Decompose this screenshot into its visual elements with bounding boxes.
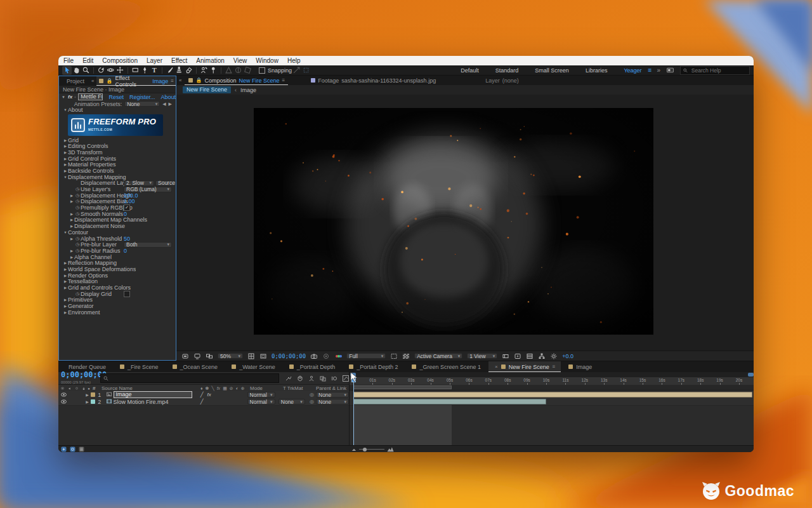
pickwhip-icon[interactable]: ◎ <box>310 399 314 404</box>
effect-name[interactable]: Mettle FreeForm Pro <box>78 93 103 100</box>
stopwatch-icon[interactable]: ◷ <box>74 193 81 198</box>
workspace-default[interactable]: Default <box>461 67 479 74</box>
prop-caret-icon[interactable]: ▶ <box>69 212 74 216</box>
property-label[interactable]: Grid <box>68 137 79 144</box>
rotate-tool[interactable] <box>96 66 106 75</box>
timeline-tab--fire-scene[interactable]: _Fire Scene <box>114 361 165 372</box>
layer-label-chip[interactable] <box>91 399 95 404</box>
parent-column-header[interactable]: Parent & Link <box>316 385 346 391</box>
effect-reset-link[interactable]: Reset <box>108 94 124 100</box>
panel-menu-icon[interactable]: ≡ <box>553 364 555 370</box>
breadcrumb-comp[interactable]: New Fire Scene <box>183 86 231 93</box>
property-label[interactable]: Render Options <box>68 272 108 279</box>
pickwhip-icon[interactable]: ◎ <box>310 392 314 398</box>
property-dropdown[interactable]: 2. Slow▾ <box>124 180 154 186</box>
eraser-tool[interactable] <box>184 66 193 75</box>
fx-switch[interactable]: fx <box>207 392 211 398</box>
property-value[interactable]: 0 <box>124 248 127 254</box>
property-label[interactable]: Editing Controls <box>68 143 108 149</box>
timeline-tab-new-fire-scene[interactable]: ×New Fire Scene≡ <box>488 361 561 372</box>
snap-options-icon[interactable] <box>292 66 301 75</box>
group-caret-icon[interactable]: ▶ <box>63 304 68 308</box>
effect-register-link[interactable]: Register... <box>129 94 155 100</box>
world-axis-mode-icon[interactable] <box>233 66 243 75</box>
property-label[interactable]: Displacement Mapping <box>68 174 126 180</box>
magnification-dropdown[interactable]: 50%▾ <box>218 353 243 359</box>
property-label[interactable]: Material Properties <box>68 161 116 168</box>
property-value[interactable]: 1.00 <box>124 198 135 204</box>
workspace-standard[interactable]: Standard <box>495 67 519 74</box>
parent-dropdown[interactable]: None▾ <box>316 399 349 404</box>
close-tab-icon[interactable]: × <box>495 364 498 370</box>
menu-item-file[interactable]: File <box>63 57 74 64</box>
prop-caret-icon[interactable]: ▶ <box>69 199 74 203</box>
comp-flowchart-icon[interactable] <box>538 352 546 360</box>
group-caret-icon[interactable]: ▶ <box>69 218 74 222</box>
expand-transfer-controls-icon[interactable] <box>70 446 75 452</box>
group-caret-icon[interactable]: ▶ <box>63 274 68 277</box>
group-caret-icon[interactable]: ▶ <box>63 144 68 148</box>
tab-project[interactable]: Project <box>63 78 88 84</box>
fast-previews-icon[interactable] <box>514 352 521 360</box>
property-label[interactable]: Environment <box>68 309 100 316</box>
brush-tool[interactable] <box>165 66 174 75</box>
pen-tool[interactable] <box>140 66 150 75</box>
workspace-small-screen[interactable]: Small Screen <box>535 67 569 74</box>
group-caret-icon[interactable]: ▶ <box>63 138 68 142</box>
layer-duration-bar[interactable] <box>353 392 752 398</box>
prop-caret-icon[interactable]: ▶ <box>69 237 74 241</box>
menu-item-view[interactable]: View <box>233 57 247 64</box>
viewer-timecode[interactable]: 0;00;00;00 <box>272 353 306 359</box>
property-label[interactable]: World Space Deformations <box>68 266 136 272</box>
pan-behind-tool[interactable] <box>115 66 125 75</box>
property-label[interactable]: Alpha Channel <box>74 254 112 260</box>
property-dropdown[interactable]: Source▾ <box>155 180 176 186</box>
graph-editor-icon[interactable] <box>343 375 349 382</box>
expand-inout-panes-icon[interactable] <box>79 446 84 452</box>
work-area-bar[interactable] <box>353 385 452 389</box>
timeline-search[interactable] <box>100 373 279 383</box>
stopwatch-icon[interactable]: ◷ <box>74 242 81 247</box>
quality-switch[interactable]: ╱ <box>200 399 204 404</box>
group-caret-icon[interactable]: ▼ <box>63 231 68 234</box>
effect-about-link[interactable]: About <box>160 94 176 100</box>
quality-switch[interactable]: ╱ <box>200 392 204 398</box>
local-axis-mode-icon[interactable] <box>224 66 233 75</box>
view-camera-dropdown[interactable]: Active Camera▾ <box>414 353 462 359</box>
group-caret-icon[interactable]: ▶ <box>63 157 68 161</box>
layer-visibility-toggle[interactable] <box>61 399 67 405</box>
selection-tool[interactable] <box>62 66 72 75</box>
help-search[interactable] <box>680 66 750 75</box>
composition-mini-flowchart-icon[interactable] <box>285 375 292 382</box>
stopwatch-icon[interactable]: ◷ <box>74 211 81 217</box>
group-caret-icon[interactable]: ▶ <box>63 163 68 166</box>
property-label[interactable]: Displacement Noise <box>74 223 125 229</box>
property-label[interactable]: Generator <box>68 303 94 309</box>
timeline-tab--ocean-scene[interactable]: _Ocean Scene <box>166 361 225 372</box>
timeline-tab--water-scene[interactable]: _Water Scene <box>225 361 282 372</box>
stopwatch-icon[interactable]: ◷ <box>74 205 81 210</box>
show-snapshot-icon[interactable] <box>322 352 330 360</box>
group-caret-icon[interactable]: ▶ <box>63 267 68 271</box>
group-caret-icon[interactable]: ▶ <box>63 286 68 290</box>
parent-dropdown[interactable]: None▾ <box>316 392 349 398</box>
menu-item-animation[interactable]: Animation <box>196 57 224 64</box>
workspace-overflow-icon[interactable]: » <box>657 67 660 74</box>
layer-name[interactable]: Slow Motion Fire.mp4 <box>114 399 169 405</box>
property-label[interactable]: Contour <box>68 229 88 236</box>
layer-expand-caret[interactable]: ▶ <box>84 399 91 404</box>
mode-column-header[interactable]: Mode <box>250 385 283 391</box>
pixel-aspect-icon[interactable] <box>502 352 509 360</box>
exposure-value[interactable]: +0.0 <box>562 353 573 359</box>
stopwatch-icon[interactable]: ◷ <box>74 248 81 253</box>
zoom-out-mountain-icon[interactable] <box>351 447 357 451</box>
layer-expand-caret[interactable]: ▶ <box>84 392 91 397</box>
region-of-interest-icon[interactable] <box>390 352 398 360</box>
property-label[interactable]: Grid and Controls Colors <box>68 284 131 291</box>
timeline-button-icon[interactable] <box>526 352 534 360</box>
stopwatch-icon[interactable]: ◷ <box>74 291 81 297</box>
resolution-dropdown[interactable]: Full▾ <box>346 353 386 359</box>
group-caret-icon[interactable]: ▶ <box>69 224 74 228</box>
stopwatch-icon[interactable]: ◷ <box>74 187 81 192</box>
property-dropdown[interactable]: RGB (Luma)▾ <box>124 187 172 192</box>
